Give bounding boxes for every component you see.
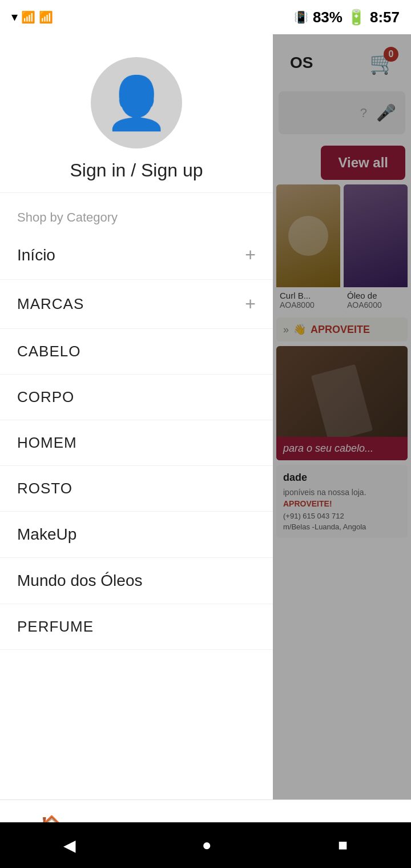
clock: 8:57 xyxy=(370,9,400,26)
nav-item-rosto[interactable]: ROSTO xyxy=(0,466,273,512)
back-button[interactable]: ◀ xyxy=(63,836,76,855)
nav-label-makeup: MakeUp xyxy=(17,525,76,544)
drawer-nav: Início + MARCAS + CABELO CORPO HOMEM ROS… xyxy=(0,231,273,868)
dim-overlay[interactable] xyxy=(273,34,411,868)
main-container: OS 🛒 0 ? 🎤 View all Curl B... AOA8000 xyxy=(0,34,411,868)
battery-icon: 🔋 xyxy=(347,9,365,26)
recents-button[interactable]: ■ xyxy=(338,836,348,854)
nav-item-makeup[interactable]: MakeUp xyxy=(0,512,273,558)
plus-icon-marcas: + xyxy=(245,294,256,315)
wifi-icon: ▾ xyxy=(11,10,18,25)
battery-percent: 83% xyxy=(313,9,342,26)
nav-label-rosto: ROSTO xyxy=(17,480,72,497)
wifi-signal-icon: 📶 xyxy=(21,10,35,24)
avatar-icon: 👤 xyxy=(104,73,168,133)
nav-label-oleos: Mundo dos Óleos xyxy=(17,572,142,590)
nav-label-marcas: MARCAS xyxy=(17,295,84,313)
vibrate-icon: 📳 xyxy=(294,10,308,24)
nav-item-homem[interactable]: HOMEM xyxy=(0,420,273,466)
signal-icon: 📶 xyxy=(39,10,53,24)
plus-icon-inicio: + xyxy=(245,244,256,266)
nav-item-marcas[interactable]: MARCAS + xyxy=(0,280,273,329)
nav-label-cabelo: CABELO xyxy=(17,343,81,360)
home-button[interactable]: ● xyxy=(202,836,212,854)
drawer-profile: 👤 Sign in / Sign up xyxy=(0,34,273,193)
nav-item-cabelo[interactable]: CABELO xyxy=(0,329,273,375)
nav-item-inicio[interactable]: Início + xyxy=(0,231,273,280)
nav-label-inicio: Início xyxy=(17,246,55,264)
drawer: 👤 Sign in / Sign up Shop by Category Iní… xyxy=(0,34,273,868)
nav-label-perfume: PERFUME xyxy=(17,618,94,636)
sign-in-label[interactable]: Sign in / Sign up xyxy=(70,160,203,181)
nav-item-perfume[interactable]: PERFUME xyxy=(0,604,273,650)
nav-label-corpo: CORPO xyxy=(17,388,74,406)
status-bar: ▾ 📶 📶 📳 83% 🔋 8:57 xyxy=(0,0,411,34)
avatar: 👤 xyxy=(91,57,182,148)
status-left: ▾ 📶 📶 xyxy=(11,10,53,25)
category-header: Shop by Category xyxy=(0,193,273,231)
nav-label-homem: HOMEM xyxy=(17,434,77,452)
status-right: 📳 83% 🔋 8:57 xyxy=(294,9,400,26)
nav-item-oleos[interactable]: Mundo dos Óleos xyxy=(0,558,273,604)
android-nav: ◀ ● ■ xyxy=(0,822,411,868)
nav-item-corpo[interactable]: CORPO xyxy=(0,375,273,420)
